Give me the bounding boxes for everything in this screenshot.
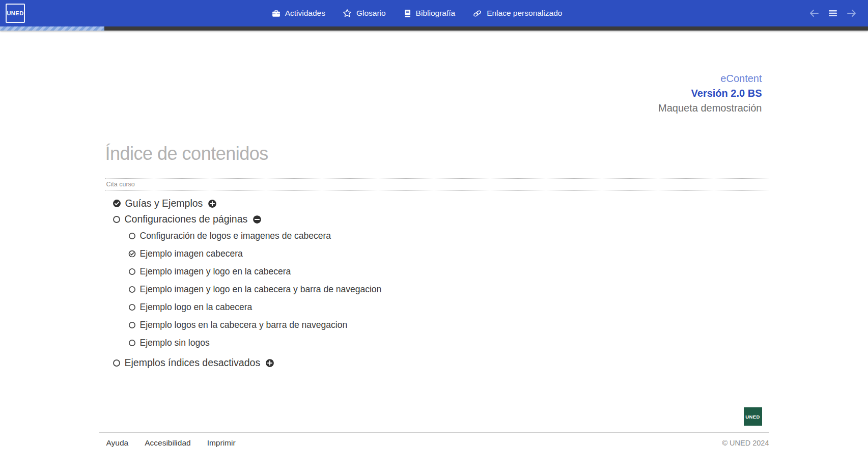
course-meta: eContent Versión 2.0 BS Maqueta demostra… (99, 71, 769, 116)
footer: Ayuda Accesibilidad Imprimir © UNED 2024 (99, 438, 769, 448)
main-nav: Actividades Glosario Bibliografía Enlace… (25, 9, 809, 18)
menu-icon[interactable] (828, 9, 838, 17)
nav-item-label: Actividades (285, 9, 325, 18)
toc-link[interactable]: Ejemplo imagen y logo en la cabecera (140, 266, 291, 277)
footer-link-imprimir[interactable]: Imprimir (207, 438, 236, 448)
top-navbar: UNED Actividades Glosario Bibliografía (0, 0, 868, 26)
toc-link[interactable]: Ejemplo sin logos (140, 338, 210, 348)
toc-item: Ejemplo imagen y logo en la cabecera y b… (128, 281, 769, 298)
toc-link[interactable]: Guías y Ejemplos (125, 198, 203, 209)
circle-icon (113, 359, 121, 367)
circle-icon (128, 321, 136, 329)
page: UNED Actividades Glosario Bibliografía (0, 0, 868, 472)
book-icon (403, 9, 411, 18)
toc-list: Guías y Ejemplos Configuraciones de pági… (99, 196, 769, 371)
check-circle-solid-icon (113, 199, 121, 208)
toc-link[interactable]: Ejemplo logo en la cabecera (140, 302, 253, 313)
circle-icon (128, 268, 136, 275)
copyright-text: © UNED 2024 (722, 439, 769, 447)
footer-divider (99, 432, 769, 433)
briefcase-icon (272, 9, 281, 18)
circle-icon (128, 303, 136, 311)
nav-controls (809, 9, 857, 17)
footer-link-accesibilidad[interactable]: Accesibilidad (145, 438, 190, 448)
nav-item-glosario[interactable]: Glosario (343, 9, 386, 18)
minus-circle-icon[interactable] (253, 215, 262, 224)
toc-item: Ejemplo sin logos (128, 334, 769, 352)
course-subtitle: Maqueta demostración (106, 101, 762, 116)
circle-icon (128, 286, 136, 293)
plus-circle-icon[interactable] (265, 358, 274, 368)
toc-link[interactable]: Ejemplos índices desactivados (125, 357, 261, 369)
link-icon (472, 9, 482, 18)
toc-item: Ejemplos índices desactivados (113, 355, 769, 371)
toc-link[interactable]: Ejemplo logos en la cabecera y barra de … (140, 320, 348, 330)
circle-icon (128, 232, 136, 240)
toc-item: Guías y Ejemplos (113, 196, 769, 211)
footer-link-ayuda[interactable]: Ayuda (106, 438, 129, 448)
nav-item-actividades[interactable]: Actividades (272, 9, 325, 18)
uned-footer-logo[interactable]: UNED (744, 407, 762, 426)
toc-item: Ejemplo logos en la cabecera y barra de … (128, 316, 769, 334)
toc-item: Ejemplo logo en la cabecera (128, 298, 769, 316)
circle-icon (128, 339, 136, 347)
toc-sublist: Configuración de logos e imagenes de cab… (113, 227, 769, 352)
nav-item-bibliografia[interactable]: Bibliografía (403, 9, 456, 18)
plus-circle-icon[interactable] (208, 199, 217, 208)
toc-item: Ejemplo imagen cabecera (128, 245, 769, 263)
circle-icon (113, 215, 121, 224)
nav-item-label: Glosario (356, 9, 386, 18)
nav-item-label: Enlace personalizado (487, 9, 562, 18)
version-link[interactable]: Versión 2.0 BS (106, 86, 762, 101)
toc-item: Configuraciones de páginas Configuración… (113, 211, 769, 355)
toc-link[interactable]: Configuraciones de páginas (125, 213, 248, 225)
progress-bar (0, 26, 868, 31)
main-content: eContent Versión 2.0 BS Maqueta demostra… (99, 71, 769, 448)
progress-done (0, 26, 104, 31)
nav-item-enlace[interactable]: Enlace personalizado (472, 9, 562, 18)
toc-item: Ejemplo imagen y logo en la cabecera (128, 263, 769, 281)
page-title: Índice de contenidos (99, 143, 769, 164)
toc-link[interactable]: Ejemplo imagen y logo en la cabecera y b… (140, 284, 382, 295)
check-circle-outline-icon (128, 250, 136, 258)
uned-logo-text: UNED (7, 10, 23, 16)
uned-footer-logo-text: UNED (745, 414, 760, 420)
uned-logo[interactable]: UNED (6, 4, 25, 23)
arrow-right-icon[interactable] (847, 9, 857, 17)
toc-link[interactable]: Ejemplo imagen cabecera (140, 248, 243, 259)
course-citation: Cita curso (105, 178, 769, 191)
econtent-link[interactable]: eContent (106, 71, 762, 86)
toc-link[interactable]: Configuración de logos e imagenes de cab… (140, 231, 331, 241)
star-icon (343, 9, 352, 18)
footer-links: Ayuda Accesibilidad Imprimir (99, 438, 236, 448)
nav-item-label: Bibliografía (416, 9, 456, 18)
footer-brand-row: UNED (99, 407, 769, 426)
arrow-left-icon[interactable] (809, 9, 819, 17)
toc-item: Configuración de logos e imagenes de cab… (128, 227, 769, 245)
